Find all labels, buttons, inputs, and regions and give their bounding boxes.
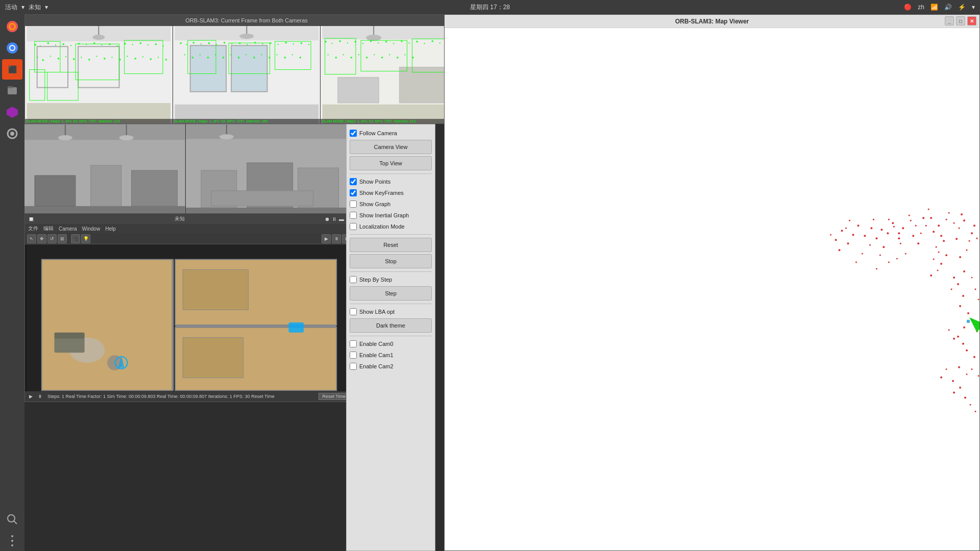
svg-point-12	[10, 132, 14, 136]
svg-point-214	[938, 252, 940, 253]
svg-rect-59	[135, 58, 136, 59]
sim-viewport[interactable]	[25, 244, 353, 400]
map-viewport[interactable]	[445, 28, 979, 550]
sidebar-icon-terminal[interactable]: ⬛	[2, 59, 22, 80]
sim-menu-window[interactable]: Window	[82, 226, 101, 232]
lang-indicator[interactable]: zh	[918, 4, 924, 11]
follow-camera-checkbox[interactable]	[350, 130, 357, 137]
svg-rect-190	[183, 269, 248, 310]
show-lba-opt-checkbox[interactable]	[350, 308, 357, 315]
show-points-label[interactable]: Show Points	[359, 179, 390, 185]
show-keyframes-label[interactable]: Show KeyFrames	[359, 190, 404, 196]
svg-rect-127	[347, 42, 348, 43]
sim-toolbar-camera[interactable]: 🎥	[71, 234, 80, 243]
enable-cam0-checkbox[interactable]	[350, 340, 357, 347]
show-graph-label[interactable]: Show Graph	[359, 201, 390, 207]
sim-toolbar-pause2[interactable]: ⏸	[332, 234, 341, 243]
sim-play-btn[interactable]: ▶	[29, 394, 33, 399]
show-inertial-graph-label[interactable]: Show Inertial Graph	[359, 212, 409, 218]
sim-record-btn[interactable]: ⏺	[325, 216, 330, 222]
sim-minimize-btn[interactable]: ▬	[339, 216, 344, 222]
show-graph-checkbox[interactable]	[350, 201, 357, 208]
sidebar-icon-files[interactable]	[2, 81, 22, 101]
svg-rect-60	[142, 56, 143, 57]
sim-menu-edit[interactable]: 编辑	[43, 225, 54, 232]
dark-theme-button[interactable]: Dark theme	[350, 318, 432, 333]
step-button[interactable]: Step	[350, 286, 432, 300]
svg-rect-333	[967, 320, 970, 323]
sidebar-icon-search[interactable]	[2, 509, 22, 530]
show-keyframes-checkbox[interactable]	[350, 189, 357, 196]
sim-menu-camera[interactable]: Camera	[59, 226, 77, 232]
show-lba-opt-row: Show LBA opt	[350, 307, 432, 316]
app-dropdown[interactable]: ▾	[45, 4, 48, 11]
stop-button[interactable]: Stop	[350, 254, 432, 268]
enable-cam1-label[interactable]: Enable Cam1	[359, 352, 394, 358]
map-close-btn[interactable]: ✕	[967, 16, 976, 26]
svg-point-226	[937, 270, 939, 271]
svg-point-224	[910, 220, 912, 221]
sim-toolbar-rotate[interactable]: ↺	[47, 234, 57, 243]
svg-point-16	[11, 540, 13, 542]
sim-status-text: Steps: 1 Real Time Factor: 1 Sim Time: 0…	[47, 394, 275, 399]
enable-cam2-checkbox[interactable]	[350, 363, 357, 370]
camera-view-button[interactable]: Camera View	[350, 140, 432, 154]
svg-point-322	[855, 262, 857, 263]
svg-point-200	[953, 222, 955, 224]
svg-point-277	[948, 329, 950, 331]
reset-time-button[interactable]: Reset Time	[318, 393, 349, 400]
sim-toolbar-scale[interactable]: ⊞	[58, 234, 67, 243]
top-bar-time: 星期四 17：28	[470, 3, 510, 12]
show-lba-opt-label[interactable]: Show LBA opt	[359, 309, 395, 315]
system-menu-icon[interactable]: ▾	[972, 4, 975, 11]
svg-rect-136	[416, 41, 418, 42]
reset-button[interactable]: Reset	[350, 238, 432, 252]
top-view-button[interactable]: Top View	[350, 156, 432, 170]
svg-rect-63	[165, 59, 167, 60]
follow-camera-label[interactable]: Follow Camera	[359, 130, 397, 136]
sim-pause-btn[interactable]: ⏸	[332, 216, 337, 222]
activities-label[interactable]: 活动	[5, 3, 17, 12]
sim-toolbar-translate[interactable]: ✥	[37, 234, 46, 243]
svg-rect-143	[335, 57, 337, 58]
localization-mode-label[interactable]: Localization Mode	[359, 223, 405, 230]
divider-1	[350, 173, 432, 174]
sidebar-icon-odoo[interactable]	[2, 102, 22, 122]
sidebar-icon-more[interactable]	[2, 531, 22, 551]
step-by-step-checkbox[interactable]	[350, 276, 357, 283]
svg-point-2	[10, 24, 14, 29]
sim-menu-help[interactable]: Help	[105, 226, 116, 232]
step-by-step-label[interactable]: Step By Step	[359, 277, 392, 283]
sidebar-icon-chrome[interactable]	[2, 38, 22, 58]
svg-rect-129	[362, 43, 363, 44]
sim-menu-file[interactable]: 文件	[28, 225, 38, 232]
svg-rect-107	[276, 54, 277, 55]
svg-rect-147	[366, 57, 368, 58]
sim-title: 🔲	[28, 216, 34, 222]
sim-toolbar-light[interactable]: 💡	[81, 234, 90, 243]
map-titlebar: ORB-SLAM3: Map Viewer _ □ ✕	[445, 15, 979, 28]
enable-cam2-label[interactable]: Enable Cam2	[359, 363, 394, 369]
show-points-checkbox[interactable]	[350, 178, 357, 185]
map-maximize-btn[interactable]: □	[956, 16, 965, 26]
sim-pause-status-btn[interactable]: ⏸	[38, 394, 42, 399]
svg-rect-132	[386, 41, 387, 42]
app-label: ▾	[21, 4, 24, 11]
sim-toolbar-play[interactable]: ▶	[322, 234, 331, 243]
sim-toolbar-select[interactable]: ↖	[27, 234, 36, 243]
sidebar-icon-settings[interactable]	[2, 123, 22, 144]
svg-rect-95	[184, 54, 185, 55]
localization-mode-checkbox[interactable]	[350, 223, 357, 230]
svg-rect-135	[409, 42, 410, 43]
enable-cam1-checkbox[interactable]	[350, 352, 357, 359]
enable-cam0-label[interactable]: Enable Cam0	[359, 341, 394, 347]
step-by-step-row: Step By Step	[350, 275, 432, 284]
divider-2	[350, 234, 432, 235]
svg-rect-55	[104, 58, 105, 59]
svg-point-217	[945, 254, 947, 256]
sidebar-icon-firefox[interactable]	[2, 16, 22, 37]
map-minimize-btn[interactable]: _	[945, 16, 954, 26]
enable-cam1-row: Enable Cam1	[350, 350, 432, 360]
show-inertial-graph-checkbox[interactable]	[350, 212, 357, 219]
svg-rect-41	[132, 44, 133, 45]
